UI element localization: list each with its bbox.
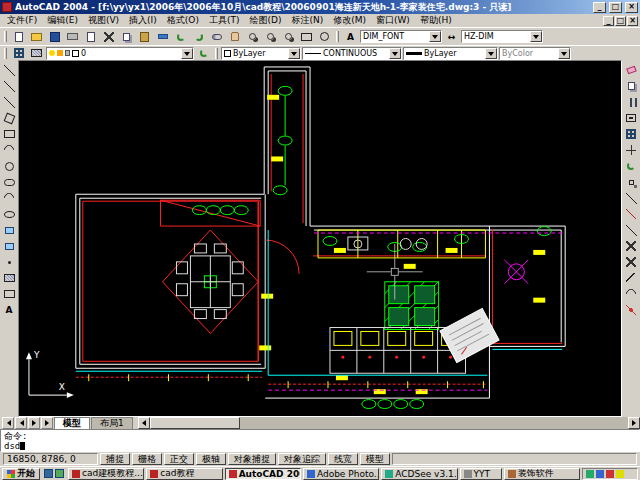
layer-freeze-sun-icon[interactable] [57,50,63,56]
dim-style-button[interactable]: ↔ [443,29,460,44]
tab-model[interactable]: 模型 [54,417,90,429]
array-button[interactable] [623,126,639,142]
otrack-toggle[interactable]: 对象追踪 [278,453,326,465]
erase-button[interactable] [623,62,639,78]
model-toggle[interactable]: 模型 [360,453,390,465]
menu-view[interactable]: 视图(V) [83,14,124,27]
first-tab-button[interactable] [2,417,14,429]
circle-button[interactable] [1,158,17,174]
tray-icon-1[interactable] [586,470,594,478]
taskbar-task-4[interactable]: Adobe Photo... [303,468,379,480]
properties-button[interactable] [298,29,315,44]
break-point-button[interactable] [623,238,639,254]
rectangle-button[interactable] [1,126,17,142]
scroll-left-button[interactable] [138,417,150,429]
scroll-right-button[interactable] [628,417,640,429]
drawing-area[interactable]: Y X [18,60,622,417]
offset-button[interactable] [623,110,639,126]
text-style-button[interactable]: A [342,29,359,44]
last-tab-button[interactable] [41,417,53,429]
qnew-button[interactable] [10,29,27,44]
mdi-close-button[interactable]: × [627,16,638,26]
tray-icon-4[interactable] [616,470,624,478]
zoom-window-button[interactable] [262,29,279,44]
lineweight-dropdown-button[interactable] [485,48,497,59]
tab-layout1[interactable]: 布局1 [91,417,133,429]
menu-draw[interactable]: 绘图(D) [244,14,286,27]
move-button[interactable] [623,142,639,158]
layer-combo[interactable]: 0 [46,47,194,60]
command-input-line[interactable]: dsd [4,441,636,451]
line-button[interactable] [1,62,17,78]
mtext-button[interactable]: A [1,302,17,318]
toolbar-grip[interactable] [336,31,339,42]
menu-file[interactable]: 文件(F) [2,14,42,27]
chamfer-button[interactable] [623,270,639,286]
close-button[interactable]: × [625,2,638,13]
zoom-previous-button[interactable] [280,29,297,44]
layer-properties-manager-button[interactable] [10,47,27,60]
start-button[interactable]: 开始 [2,468,40,480]
quick-launch-icon-1[interactable] [44,469,53,478]
copy-object-button[interactable] [623,78,639,94]
grid-toggle[interactable]: 栅格 [132,453,162,465]
next-tab-button[interactable] [28,417,40,429]
taskbar-task-1[interactable]: cad建模教程... [68,468,144,480]
arc-button[interactable] [1,142,17,158]
insert-hyperlink-button[interactable] [208,29,225,44]
layer-on-bulb-icon[interactable] [49,50,55,56]
menu-modify[interactable]: 修改(M) [328,14,371,27]
open-button[interactable] [28,29,45,44]
undo-button[interactable] [172,29,189,44]
explode-button[interactable] [623,302,639,318]
region-button[interactable] [1,286,17,302]
ellipse-button[interactable] [1,206,17,222]
break-button[interactable] [623,254,639,270]
text-style-dropdown-button[interactable] [429,31,441,42]
pan-button[interactable] [226,29,243,44]
ortho-toggle[interactable]: 正交 [164,453,194,465]
taskbar-task-6[interactable]: YYT [460,468,502,480]
extend-button[interactable] [623,222,639,238]
revision-cloud-button[interactable] [1,174,17,190]
stretch-button[interactable] [623,190,639,206]
command-line-window[interactable]: 命令: dsd [0,429,640,452]
menu-dimension[interactable]: 标注(N) [286,14,328,27]
help-button[interactable] [316,29,333,44]
prev-tab-button[interactable] [15,417,27,429]
cut-button[interactable] [100,29,117,44]
layer-previous-button[interactable] [195,47,212,60]
copy-button[interactable] [118,29,135,44]
taskbar-task-autocad[interactable]: AutoCAD 200... [225,468,301,480]
mdi-restore-button[interactable]: □ [615,16,626,26]
menu-window[interactable]: 窗口(W) [371,14,415,27]
horizontal-scrollbar[interactable] [138,417,640,429]
match-properties-button[interactable] [154,29,171,44]
menu-help[interactable]: 帮助(H) [415,14,457,27]
save-button[interactable] [46,29,63,44]
polyline-button[interactable] [1,94,17,110]
scrollbar-thumb[interactable] [150,417,240,429]
floor-plan-drawing[interactable]: Y X [19,61,621,416]
linetype-combo[interactable]: CONTINUOUS [302,47,402,60]
zoom-realtime-button[interactable] [244,29,261,44]
tray-icon-3[interactable] [606,470,614,478]
polygon-button[interactable] [1,110,17,126]
lineweight-combo[interactable]: ByLayer [403,47,498,60]
dim-style-combo[interactable]: HZ-DIM [461,30,543,43]
spline-button[interactable] [1,190,17,206]
toolbar-grip[interactable] [215,48,218,59]
tray-icon-2[interactable] [596,470,604,478]
quick-launch-icon-2[interactable] [55,469,64,478]
toolbar-grip[interactable] [4,48,7,59]
make-block-button[interactable] [1,238,17,254]
menu-edit[interactable]: 编辑(E) [42,14,83,27]
hatch-button[interactable] [1,270,17,286]
layer-dropdown-button[interactable] [181,48,193,59]
taskbar-task-7[interactable]: 装饰软件 [504,468,580,480]
trim-button[interactable] [623,206,639,222]
polar-toggle[interactable]: 极轴 [196,453,226,465]
minimize-button[interactable]: _ [593,2,606,13]
scrollbar-track[interactable] [240,417,628,429]
taskbar-task-2[interactable]: cad教程 [146,468,222,480]
